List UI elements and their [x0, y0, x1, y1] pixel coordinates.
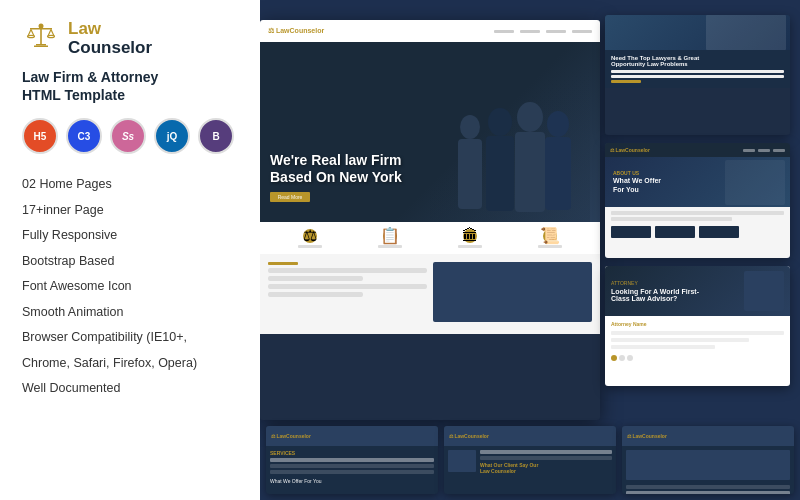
service-icon-label	[378, 245, 402, 248]
service-icon-item: ⚖	[298, 229, 322, 248]
nav-dot-active	[611, 355, 617, 361]
mockup-cta-btn: Read More	[270, 192, 310, 202]
text-line	[268, 284, 427, 289]
nav-link-bar	[546, 30, 566, 33]
small-mockup-1: Need The Top Lawyers & GreatOpportunity …	[605, 15, 790, 135]
nav-link-bar	[572, 30, 592, 33]
feature-item: Well Documented	[22, 376, 238, 402]
bm-logo: ⚖ LawCounselor	[449, 433, 489, 439]
service-icon-circle: 🏛	[463, 229, 477, 243]
bm-text-col: What Our Client Say OurLaw Counselor	[480, 450, 612, 474]
content-line	[611, 345, 715, 349]
bm-image-row: What Our Client Say OurLaw Counselor	[448, 450, 612, 474]
ms2-logo: ⚖ LawCounselor	[610, 147, 650, 153]
logo-counselor: Counselor	[68, 39, 152, 58]
ms3-attorney-label: Attorney Name	[611, 321, 784, 327]
service-icon-item: 🏛	[458, 229, 482, 248]
mockup-logo-small: ⚖ LawCounselor	[268, 27, 324, 35]
small-mockup-2-nav: ⚖ LawCounselor	[605, 143, 790, 157]
feature-item: Bootstrap Based	[22, 249, 238, 275]
nav-link-bar	[520, 30, 540, 33]
content-line	[611, 331, 784, 335]
nav-dot	[627, 355, 633, 361]
svg-point-8	[48, 35, 55, 37]
nav-dot	[773, 149, 785, 152]
sass-badge: Ss	[110, 118, 146, 154]
scales-of-justice-icon	[22, 20, 60, 58]
ms2-label: ABOUT US	[613, 170, 661, 176]
ms3-label: ATTORNEY	[611, 280, 699, 286]
bm-header: ⚖ LawCounselor	[444, 426, 616, 446]
ms3-title: Looking For A World First-Class Law Advi…	[611, 288, 699, 302]
mockup-nav-links	[494, 30, 592, 33]
ms3-header-text: ATTORNEY Looking For A World First-Class…	[611, 280, 699, 302]
svg-rect-10	[34, 46, 48, 48]
ms2-hero-text: ABOUT US What We OfferFor You	[613, 170, 661, 194]
small-mockup-2-hero: ABOUT US What We OfferFor You	[605, 157, 790, 207]
main-mockup: ⚖ LawCounselor We're Real law FirmBased …	[260, 20, 600, 420]
service-icon-label	[538, 245, 562, 248]
small-mockup-1-lines	[611, 70, 784, 83]
small-mockup-2: ⚖ LawCounselor ABOUT US What We OfferFor…	[605, 143, 790, 258]
svg-rect-12	[458, 139, 482, 209]
content-line	[611, 338, 749, 342]
service-icon-label	[298, 245, 322, 248]
svg-rect-16	[515, 132, 545, 212]
bm-line	[626, 485, 790, 489]
bm-line	[626, 491, 790, 494]
tag-item	[611, 226, 651, 238]
small-mockup-3-header: ATTORNEY Looking For A World First-Class…	[605, 266, 790, 316]
bm-section-label: SERVICES	[270, 450, 434, 456]
bm-line	[270, 458, 434, 462]
mockup-navbar: ⚖ LawCounselor	[260, 20, 600, 42]
feature-item: 17+inner Page	[22, 198, 238, 224]
people-silhouette-icon	[440, 92, 580, 222]
svg-point-13	[488, 108, 512, 136]
feature-item: 02 Home Pages	[22, 172, 238, 198]
bm-image-large	[626, 450, 790, 480]
feature-item: Smooth Animation	[22, 300, 238, 326]
small-mockup-3: ATTORNEY Looking For A World First-Class…	[605, 266, 790, 386]
bottom-mockup-3: ⚖ LawCounselor	[622, 426, 794, 494]
text-line	[268, 276, 363, 281]
left-panel: Law Counselor Law Firm & AttorneyHTML Te…	[0, 0, 260, 500]
right-panel: ⚖ LawCounselor We're Real law FirmBased …	[260, 0, 800, 500]
small-mockup-3-content: Attorney Name	[605, 316, 790, 366]
bm-image	[448, 450, 476, 472]
feature-item: Font Awesome Icon	[22, 274, 238, 300]
bm-title: What We Offer For You	[270, 478, 434, 484]
tech-icons-row: H5 C3 Ss jQ B	[22, 118, 238, 154]
feature-item: Fully Responsive	[22, 223, 238, 249]
tag-item	[699, 226, 739, 238]
mockup-hero-people	[430, 62, 590, 222]
bottom-strip: ⚖ LawCounselor SERVICES What We Offer Fo…	[260, 420, 800, 500]
header-image-placeholder	[706, 15, 786, 50]
service-icon-circle: 📋	[383, 229, 397, 243]
text-line	[268, 292, 363, 297]
bm-logo: ⚖ LawCounselor	[271, 433, 311, 439]
svg-point-5	[28, 35, 35, 37]
gold-accent-line	[268, 262, 298, 265]
text-line	[268, 268, 427, 273]
bm-logo: ⚖ LawCounselor	[627, 433, 667, 439]
mockup-hero: We're Real law FirmBased On New York Rea…	[260, 42, 600, 222]
small-mockup-1-content: Need The Top Lawyers & GreatOpportunity …	[605, 50, 790, 88]
gold-line	[611, 80, 641, 83]
ms2-nav-dots	[743, 149, 785, 152]
ms2-hero-image	[725, 160, 785, 205]
content-image	[433, 262, 592, 322]
mockup-hero-text: We're Real law FirmBased On New York Rea…	[270, 152, 402, 202]
tag-item	[655, 226, 695, 238]
content-line	[611, 70, 784, 73]
service-icon-circle: ⚖	[303, 229, 317, 243]
small-mockup-2-content	[605, 207, 790, 258]
service-icon-label	[458, 245, 482, 248]
bm-content	[622, 446, 794, 494]
svg-point-11	[460, 115, 480, 139]
bm-line	[480, 450, 612, 454]
svg-rect-18	[545, 137, 571, 210]
nav-dot	[758, 149, 770, 152]
mockup-icons-row: ⚖ 📋 🏛 📜	[260, 222, 600, 254]
logo-text: Law Counselor	[68, 20, 152, 57]
bm-subtitle: What Our Client Say OurLaw Counselor	[480, 462, 612, 474]
